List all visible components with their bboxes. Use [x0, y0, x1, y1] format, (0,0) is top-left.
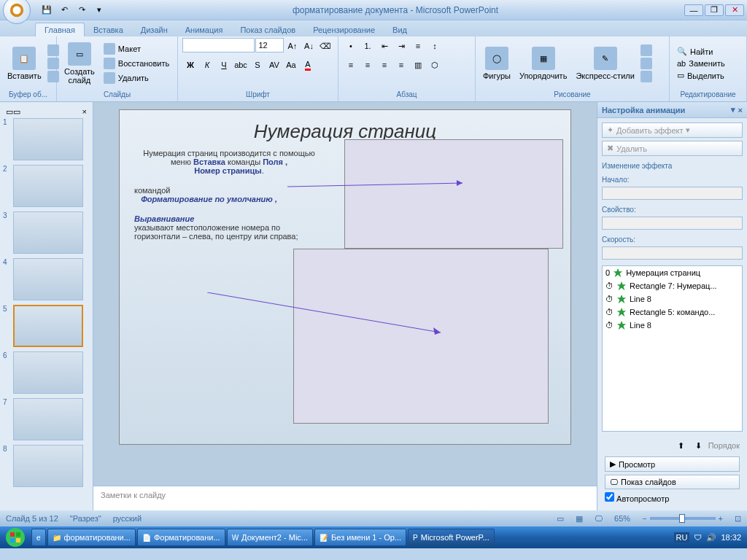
slides-tab-icon[interactable]: ▭: [13, 107, 20, 117]
undo-icon[interactable]: ↶: [57, 3, 71, 18]
move-down-icon[interactable]: ⬇: [691, 438, 707, 454]
anim-pane-menu-icon[interactable]: ▾: [731, 105, 735, 114]
thumbnail-4[interactable]: [13, 258, 83, 300]
align-right-icon[interactable]: ≡: [376, 57, 392, 73]
view-slideshow-icon[interactable]: 🖵: [595, 514, 603, 523]
task-item[interactable]: 📁 форматировани...: [47, 529, 136, 546]
italic-button[interactable]: К: [199, 57, 215, 73]
arrange-button[interactable]: ▦Упорядочить: [516, 45, 570, 82]
clock[interactable]: 18:32: [721, 533, 741, 542]
line-spacing-icon[interactable]: ≡: [410, 38, 426, 54]
tab-slideshow[interactable]: Показ слайдов: [231, 23, 304, 36]
tab-design[interactable]: Дизайн: [132, 23, 177, 36]
replace-button[interactable]: abЗаменить: [674, 58, 728, 69]
thumbnail-6[interactable]: [13, 351, 83, 394]
layout-button[interactable]: Макет: [101, 42, 172, 55]
new-slide-button[interactable]: ▭Создать слайд: [61, 41, 98, 86]
qat-customize-icon[interactable]: ▾: [92, 3, 107, 18]
quick-styles-button[interactable]: ✎Экспресс-стили: [573, 45, 637, 82]
view-normal-icon[interactable]: ▭: [557, 514, 564, 524]
outline-tab-icon[interactable]: ▭: [6, 107, 13, 117]
find-button[interactable]: 🔍Найти: [674, 46, 728, 57]
select-button[interactable]: ▭Выделить: [674, 70, 728, 81]
language-indicator[interactable]: русский: [113, 514, 142, 523]
redo-icon[interactable]: ↷: [74, 3, 89, 18]
thumbnail-7[interactable]: [13, 398, 83, 440]
add-effect-button[interactable]: ✦ Добавить эффект ▾: [602, 122, 743, 138]
tab-review[interactable]: Рецензирование: [304, 23, 384, 36]
zoom-slider[interactable]: −+: [642, 514, 723, 523]
restore-button[interactable]: ❐: [705, 4, 724, 16]
minimize-button[interactable]: —: [684, 4, 703, 16]
save-icon[interactable]: 💾: [39, 3, 54, 18]
property-combo[interactable]: [602, 217, 743, 230]
tab-view[interactable]: Вид: [384, 23, 416, 36]
clear-format-icon[interactable]: ⌫: [317, 38, 333, 54]
strike-button[interactable]: abc: [233, 57, 249, 73]
close-pane-icon[interactable]: ×: [82, 107, 87, 116]
fit-icon[interactable]: ⊡: [735, 514, 741, 524]
move-up-icon[interactable]: ⬆: [673, 438, 689, 454]
indent-inc-icon[interactable]: ⇥: [393, 38, 409, 54]
start-button[interactable]: [0, 526, 31, 548]
shrink-font-icon[interactable]: A↓: [301, 38, 317, 54]
auto-preview-checkbox[interactable]: Автопросмотр: [605, 492, 740, 503]
thumbnail-2[interactable]: [13, 165, 83, 207]
thumbnail-3[interactable]: [13, 211, 83, 254]
shape-fill-icon[interactable]: [640, 44, 652, 56]
quick-launch-ie[interactable]: e: [31, 529, 46, 546]
grow-font-icon[interactable]: A↑: [285, 38, 301, 54]
tab-insert[interactable]: Вставка: [85, 23, 132, 36]
columns-icon[interactable]: ▥: [410, 57, 426, 73]
remove-effect-button[interactable]: ✖ Удалить: [602, 141, 743, 156]
change-case-icon[interactable]: Aa: [283, 57, 299, 73]
task-item[interactable]: 📄 Форматировани...: [137, 529, 225, 546]
task-item[interactable]: W Документ2 - Mic...: [227, 529, 313, 546]
justify-icon[interactable]: ≡: [393, 57, 409, 73]
slide[interactable]: Нумерация страниц Нумерация страниц прои…: [119, 109, 571, 445]
align-center-icon[interactable]: ≡: [360, 57, 376, 73]
text-direction-icon[interactable]: ↕: [427, 38, 443, 54]
font-color-icon[interactable]: A: [300, 57, 316, 73]
zoom-value[interactable]: 65%: [614, 514, 630, 523]
numbering-icon[interactable]: 1.: [360, 38, 376, 54]
paste-button[interactable]: 📋Вставить: [4, 45, 44, 82]
slide-text[interactable]: Нумерация страниц производится с помощью: [134, 149, 324, 158]
close-button[interactable]: ✕: [725, 4, 744, 16]
shapes-button[interactable]: ◯Фигуры: [480, 45, 514, 82]
system-tray[interactable]: RU 🛡 🔊 18:32: [668, 532, 747, 542]
tray-icon[interactable]: 🔊: [706, 533, 716, 542]
reset-button[interactable]: Восстановить: [101, 57, 172, 70]
indent-dec-icon[interactable]: ⇤: [376, 38, 392, 54]
thumbnail-5[interactable]: [13, 305, 83, 347]
underline-button[interactable]: Ч: [216, 57, 232, 73]
effect-list[interactable]: 0Нумерация страниц ⏱Rectangle 7: Нумерац…: [602, 265, 743, 432]
char-spacing-icon[interactable]: AV: [266, 57, 282, 73]
speed-combo[interactable]: [602, 246, 743, 260]
tab-home[interactable]: Главная: [35, 23, 85, 36]
task-item[interactable]: 📝 Без имени 1 - Op...: [314, 529, 406, 546]
anim-pane-close-icon[interactable]: ×: [738, 106, 743, 114]
shape-outline-icon[interactable]: [640, 58, 652, 69]
slide-thumbnails[interactable]: ▭ ▭× 1 2 3 4 5 6 7 8: [0, 102, 93, 510]
delete-slide-button[interactable]: Удалить: [101, 71, 172, 85]
preview-button[interactable]: ▶ Просмотр: [605, 456, 740, 472]
font-name-combo[interactable]: [182, 38, 255, 52]
smartart-icon[interactable]: ⬡: [427, 57, 443, 73]
lang-indicator[interactable]: RU: [674, 532, 690, 542]
slideshow-button[interactable]: 🖵 Показ слайдов: [605, 475, 740, 489]
shape-effects-icon[interactable]: [640, 71, 652, 82]
task-item-active[interactable]: P Microsoft PowerP...: [408, 529, 495, 546]
shadow-button[interactable]: S: [249, 57, 266, 73]
tab-animation[interactable]: Анимация: [177, 23, 232, 36]
view-sorter-icon[interactable]: ▦: [576, 514, 583, 524]
bold-button[interactable]: Ж: [182, 57, 198, 73]
start-combo[interactable]: [602, 187, 743, 200]
thumbnail-8[interactable]: [13, 445, 83, 487]
font-size-combo[interactable]: 12: [255, 38, 285, 52]
notes-pane[interactable]: Заметки к слайду: [93, 486, 597, 510]
tray-icon[interactable]: 🛡: [694, 533, 702, 542]
thumbnail-1[interactable]: [13, 118, 83, 160]
bullets-icon[interactable]: •: [343, 38, 359, 54]
align-left-icon[interactable]: ≡: [343, 57, 359, 73]
